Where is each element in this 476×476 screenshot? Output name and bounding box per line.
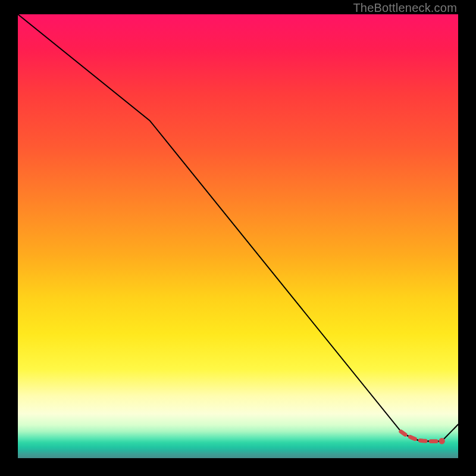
chart-stage: TheBottleneck.com	[0, 0, 476, 476]
watermark-text: TheBottleneck.com	[353, 1, 457, 15]
chart-line-main	[18, 14, 458, 441]
chart-svg	[18, 14, 458, 458]
plot-area	[18, 14, 458, 458]
chart-end-dot	[439, 438, 444, 444]
chart-line-flat-dashed	[401, 431, 442, 441]
